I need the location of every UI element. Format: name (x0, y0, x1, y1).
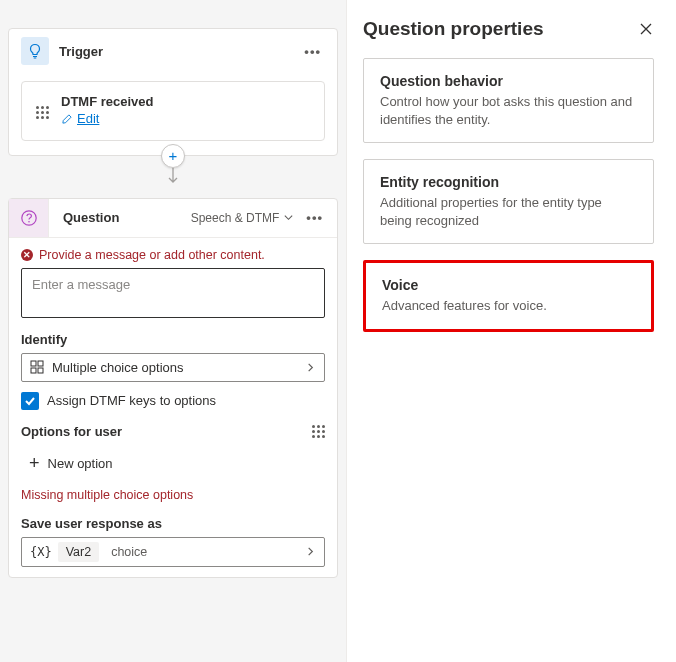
edit-link-label: Edit (77, 111, 99, 126)
question-mode-label: Speech & DTMF (191, 211, 280, 225)
trigger-inner-card[interactable]: DTMF received Edit (21, 81, 325, 141)
drag-handle-icon[interactable] (36, 94, 49, 128)
svg-rect-3 (38, 361, 43, 366)
trigger-title: Trigger (59, 44, 290, 59)
arrow-down-icon (167, 166, 179, 186)
question-card[interactable]: Question Speech & DTMF ••• ✕ Provide a m… (8, 198, 338, 578)
edit-link[interactable]: Edit (61, 111, 99, 126)
voice-desc: Advanced features for voice. (382, 297, 635, 315)
properties-header: Question properties (363, 18, 654, 40)
question-mode-selector[interactable]: Speech & DTMF (191, 211, 295, 225)
canvas-pane: Trigger ••• DTMF received Edit + (0, 0, 346, 662)
close-icon[interactable] (638, 21, 654, 37)
question-behavior-title: Question behavior (380, 73, 637, 89)
entity-recognition-title: Entity recognition (380, 174, 637, 190)
chevron-down-icon (283, 212, 294, 223)
message-error: ✕ Provide a message or add other content… (21, 248, 325, 262)
question-body: ✕ Provide a message or add other content… (9, 238, 337, 567)
drag-handle-icon[interactable] (312, 425, 325, 438)
question-behavior-card[interactable]: Question behavior Control how your bot a… (363, 58, 654, 143)
checkbox-checked-icon[interactable] (21, 392, 39, 410)
entity-recognition-card[interactable]: Entity recognition Additional properties… (363, 159, 654, 244)
chevron-right-icon (305, 546, 316, 557)
plus-icon: + (29, 453, 40, 474)
question-header: Question Speech & DTMF ••• (9, 199, 337, 238)
trigger-header: Trigger ••• (9, 29, 337, 73)
panel-title: Question properties (363, 18, 544, 40)
save-response-label: Save user response as (21, 516, 325, 531)
entity-recognition-desc: Additional properties for the entity typ… (380, 194, 637, 229)
message-error-text: Provide a message or add other content. (39, 248, 265, 262)
svg-rect-4 (31, 368, 36, 373)
new-option-button[interactable]: + New option (27, 449, 325, 478)
dtmf-received-title: DTMF received (61, 94, 153, 109)
question-title: Question (57, 210, 183, 225)
add-node-button[interactable]: + (161, 144, 185, 168)
choice-grid-icon (30, 360, 44, 374)
pencil-icon (61, 113, 73, 125)
node-connector: + (8, 156, 338, 198)
question-behavior-desc: Control how your bot asks this question … (380, 93, 637, 128)
assign-dtmf-label: Assign DTMF keys to options (47, 393, 216, 408)
error-icon: ✕ (21, 249, 33, 261)
identify-value: Multiple choice options (52, 360, 297, 375)
variable-icon: {X} (30, 545, 52, 559)
options-error: Missing multiple choice options (21, 488, 325, 502)
trigger-card[interactable]: Trigger ••• DTMF received Edit (8, 28, 338, 156)
new-option-label: New option (48, 456, 113, 471)
lightbulb-icon (21, 37, 49, 65)
svg-rect-2 (31, 361, 36, 366)
chevron-right-icon (305, 362, 316, 373)
voice-card[interactable]: Voice Advanced features for voice. (363, 260, 654, 332)
identify-selector[interactable]: Multiple choice options (21, 353, 325, 382)
options-header: Options for user (21, 424, 325, 439)
more-icon[interactable]: ••• (300, 44, 325, 59)
more-icon[interactable]: ••• (302, 210, 327, 225)
question-mark-icon (9, 199, 49, 237)
options-label: Options for user (21, 424, 122, 439)
variable-type-chip: choice (105, 542, 153, 562)
svg-rect-5 (38, 368, 43, 373)
identify-label: Identify (21, 332, 325, 347)
svg-point-1 (28, 221, 30, 223)
variable-selector[interactable]: {X} Var2 choice (21, 537, 325, 567)
assign-dtmf-checkbox-row[interactable]: Assign DTMF keys to options (21, 392, 325, 410)
voice-title: Voice (382, 277, 635, 293)
variable-name-chip: Var2 (58, 542, 99, 562)
properties-panel: Question properties Question behavior Co… (346, 0, 676, 662)
message-input[interactable]: Enter a message (21, 268, 325, 318)
